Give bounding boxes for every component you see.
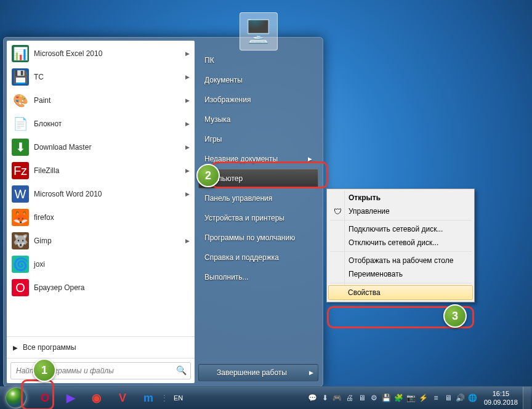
taskbar-pinned-opera[interactable]: O [33, 389, 57, 407]
language-indicator[interactable]: EN [170, 392, 187, 403]
program-item[interactable]: 🦊firefox [7, 206, 195, 229]
program-item[interactable]: 🐺Gimp▶ [7, 229, 195, 253]
search-input[interactable] [11, 363, 181, 379]
start-menu-right-item[interactable]: Музыка [198, 110, 318, 129]
taskbar-pinned-vivaldi[interactable]: V [110, 389, 135, 407]
user-avatar-icon[interactable]: 🖥️ [240, 12, 278, 51]
tray-icon[interactable]: 🖥 [357, 392, 368, 403]
taskbar-pinned-chrome[interactable]: ◉ [84, 389, 109, 407]
start-menu-search-box[interactable]: 🔍 [10, 362, 191, 379]
program-item[interactable]: 📊Microsoft Excel 2010▶ [7, 42, 195, 65]
opera-icon: O [41, 392, 49, 405]
context-menu-item[interactable]: 🛡Управление [329, 204, 473, 218]
right-item-label: Недавние документы [204, 155, 278, 163]
shutdown-label: Завершение работы [217, 368, 287, 377]
tray-icon[interactable]: 🖨 [344, 392, 355, 403]
program-icon: W [12, 185, 29, 203]
shutdown-button[interactable]: Завершение работы [198, 364, 305, 381]
context-menu-item-label: Свойства [348, 288, 381, 297]
shutdown-options-button[interactable]: ▶ [304, 364, 318, 381]
program-label: firefox [34, 213, 54, 222]
context-menu-item[interactable]: Открыть [329, 191, 473, 204]
context-menu-item[interactable]: Подключить сетевой диск... [329, 222, 473, 236]
program-item[interactable]: OБраузер Opera [7, 276, 195, 299]
tray-icon[interactable]: ⚡ [418, 392, 429, 403]
context-menu-item-label: Отключить сетевой диск... [349, 238, 438, 247]
play-icon: ▶ [66, 391, 75, 405]
program-icon: 💾 [12, 68, 29, 86]
program-label: joxi [34, 260, 45, 269]
context-menu-separator [330, 251, 472, 252]
right-item-label: Изображения [204, 95, 251, 104]
start-menu-left-pane: 📊Microsoft Excel 2010▶💾TC▶🎨Paint▶📄Блокно… [7, 41, 195, 383]
expand-arrow-icon: ▶ [185, 144, 190, 150]
context-menu-item[interactable]: Отображать на рабочем столе [329, 254, 473, 267]
show-desktop-button[interactable] [523, 387, 531, 409]
program-label: Блокнот [34, 119, 62, 128]
context-menu-item[interactable]: Отключить сетевой диск... [329, 236, 473, 249]
tray-icon[interactable]: ⚙ [369, 392, 380, 403]
tray-icon[interactable]: 💬 [307, 392, 318, 403]
expand-arrow-icon: ▶ [185, 191, 190, 197]
context-menu-item[interactable]: Свойства [328, 285, 473, 300]
program-item[interactable]: WMicrosoft Word 2010▶ [7, 182, 195, 206]
tray-icon[interactable]: ≡ [430, 392, 441, 403]
program-item[interactable]: FzFileZilla▶ [7, 159, 195, 182]
program-item[interactable]: 📄Блокнот▶ [7, 112, 195, 136]
context-menu-separator [330, 220, 472, 221]
start-button[interactable] [0, 387, 32, 409]
vivaldi-icon: V [119, 392, 126, 405]
taskbar-pinned-play[interactable]: ▶ [58, 389, 83, 407]
program-label: Microsoft Excel 2010 [34, 49, 102, 58]
program-icon: 🌀 [12, 256, 29, 273]
start-menu-right-item[interactable]: Панель управления [198, 188, 318, 208]
program-item[interactable]: ⬇Download Master▶ [7, 136, 195, 159]
annotation-number-3: 3 [443, 304, 467, 328]
program-label: Paint [34, 96, 50, 105]
start-menu-right-item[interactable]: ПК [198, 51, 318, 70]
context-menu-item[interactable]: Переименовать [329, 267, 473, 281]
tray-icon[interactable]: 🧩 [393, 392, 405, 403]
start-menu-right-item[interactable]: Недавние документы▶ [198, 149, 318, 169]
program-icon: 📄 [12, 115, 29, 132]
annotation-box-3 [327, 306, 474, 328]
start-menu-right-item[interactable]: Устройства и принтеры [198, 208, 318, 228]
right-item-label: Справка и поддержка [204, 253, 279, 262]
start-menu-right-item[interactable]: Справка и поддержка [198, 248, 318, 267]
maxthon-icon: m [143, 392, 153, 405]
right-item-label: Выполнить... [204, 273, 249, 281]
tray-icon[interactable]: 📷 [406, 392, 417, 403]
all-programs-button[interactable]: ▶ Все программы [7, 336, 195, 358]
user-avatar-wrap: 🖥️ [198, 12, 318, 51]
program-item[interactable]: 🌀joxi [7, 253, 195, 276]
all-programs-label: Все программы [23, 343, 76, 352]
start-menu-right-item[interactable]: Программы по умолчанию [198, 228, 318, 248]
taskbar-pinned-maxthon[interactable]: m [136, 389, 161, 407]
computer-context-menu: Открыть🛡УправлениеПодключить сетевой дис… [326, 188, 475, 302]
start-menu-right-item[interactable]: Выполнить... [198, 267, 318, 287]
right-item-label: Программы по умолчанию [204, 233, 295, 242]
tray-icon[interactable]: 🌐 [467, 392, 478, 403]
tray-icon[interactable]: ⬇ [320, 392, 331, 403]
start-menu-right-pane: 🖥️ ПКДокументыИзображенияМузыкаИгрыНедав… [195, 41, 320, 383]
program-item[interactable]: 🎨Paint▶ [7, 89, 195, 112]
program-item[interactable]: 💾TC▶ [7, 65, 195, 89]
context-menu-item-label: Подключить сетевой диск... [349, 225, 443, 233]
chrome-icon: ◉ [92, 391, 102, 405]
start-menu-right-item[interactable]: Документы [198, 70, 318, 90]
tray-icon[interactable]: 🔊 [455, 392, 466, 403]
program-icon: ⬇ [12, 139, 29, 156]
program-label: Браузер Opera [34, 283, 85, 292]
tray-icon[interactable]: 💾 [381, 392, 392, 403]
shield-icon: 🛡 [332, 207, 343, 216]
taskbar-clock[interactable]: 16:15 09.09.2018 [479, 389, 523, 407]
tray-icon[interactable]: 🖥 [443, 392, 454, 403]
tray-icon[interactable]: 🎮 [332, 392, 343, 403]
start-menu-right-item[interactable]: Изображения [198, 90, 318, 110]
start-menu-right-item[interactable]: Игры [198, 129, 318, 149]
start-menu-right-item[interactable]: Компьютер [198, 169, 318, 188]
right-item-label: Панель управления [204, 194, 272, 203]
context-menu-item-label: Управление [349, 207, 390, 216]
expand-arrow-icon: ▶ [185, 238, 190, 244]
start-menu-search-wrap: 🔍 [7, 358, 195, 383]
